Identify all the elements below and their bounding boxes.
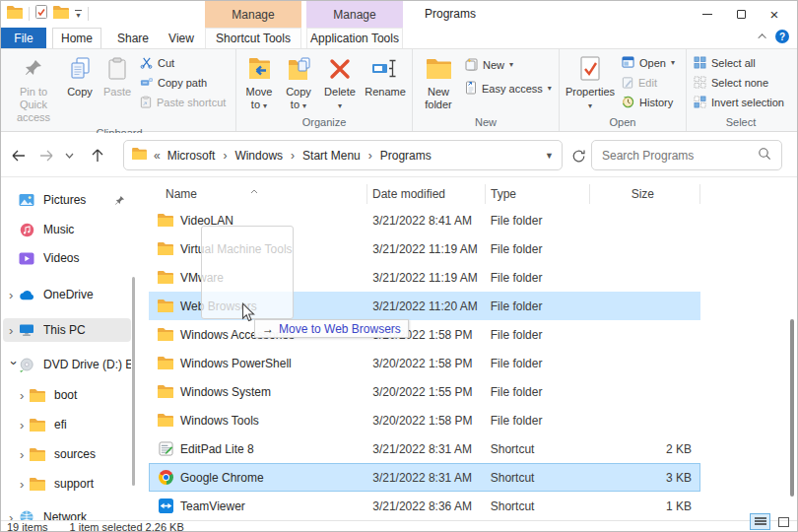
select-all-icon (694, 56, 706, 71)
details-view-button[interactable] (750, 513, 770, 530)
table-row-editpad-lite-8[interactable]: EditPad Lite 8 3/21/2022 8:31 AM Shortcu… (149, 434, 700, 463)
breadcrumb-separator-icon[interactable]: › (290, 149, 296, 163)
folder-icon[interactable] (7, 5, 23, 23)
tree-chevron-icon[interactable]: › (9, 324, 19, 337)
rename-button[interactable]: Rename (362, 50, 409, 100)
move-to-button[interactable]: Moveto ▾ (239, 50, 279, 113)
tree-chevron-icon[interactable]: › (9, 289, 19, 301)
address-bar[interactable]: « Microsoft › Windows › Start Menu › Pro… (123, 140, 563, 170)
edit-button[interactable]: Edit (618, 73, 683, 93)
tree-chevron-icon[interactable]: › (20, 478, 30, 491)
breadcrumb-item[interactable]: Microsoft (167, 149, 216, 163)
paste-button[interactable]: Paste (99, 50, 136, 100)
column-header-date-modified[interactable]: Date modified (367, 184, 486, 204)
minimize-ribbon-button[interactable] (761, 33, 766, 39)
tab-file[interactable]: File (1, 28, 46, 48)
tab-view[interactable]: View (159, 28, 204, 48)
delete-button[interactable]: Delete▾ (318, 50, 362, 113)
cut-button[interactable]: Cut (136, 53, 233, 73)
sidebar-item-dvd-drive-d-es[interactable]: › DVD Drive (D:) ES (3, 353, 131, 376)
sidebar-item-sources[interactable]: › sources (3, 442, 131, 466)
sidebar-item-label: boot (54, 388, 131, 402)
large-icons-view-button[interactable] (773, 513, 794, 530)
file-type: Shortcut (486, 442, 590, 456)
new-folder-button[interactable]: Newfolder (416, 50, 461, 113)
file-icon (158, 384, 173, 400)
breadcrumb-separator-icon[interactable]: › (367, 149, 373, 163)
table-row-teamviewer[interactable]: TeamViewer 3/21/2022 8:36 AM Shortcut 1 … (149, 492, 700, 520)
sidebar-item-efi[interactable]: › efi (3, 413, 131, 436)
search-input[interactable]: Search Programs (591, 140, 782, 170)
breadcrumb-item[interactable]: Programs (380, 149, 432, 163)
sort-ascending-icon[interactable] (250, 180, 257, 187)
open-button[interactable]: Open▾ (618, 53, 683, 73)
sidebar-item-network[interactable]: › Network (3, 505, 131, 520)
pinned-icon (114, 195, 125, 206)
tree-chevron-icon[interactable]: › (20, 389, 30, 402)
select-all-button[interactable]: Select all (690, 53, 792, 73)
new-item-button[interactable]: New▾ (461, 53, 556, 77)
table-row-windows-powershell[interactable]: Windows PowerShell 3/20/2022 1:58 PM Fil… (149, 349, 700, 377)
table-row-windows-system[interactable]: Windows System 3/20/2022 1:55 PM File fo… (149, 377, 700, 406)
copy-to-button[interactable]: Copyto ▾ (279, 50, 318, 113)
copy-path-button[interactable]: Copy path (136, 73, 233, 93)
table-row-google-chrome[interactable]: Google Chrome 3/21/2022 8:31 AM Shortcut… (149, 463, 700, 492)
paste-shortcut-button[interactable]: Paste shortcut (136, 93, 233, 112)
address-dropdown-icon[interactable]: ▼ (545, 151, 554, 161)
up-button[interactable] (88, 146, 107, 166)
invert-selection-button[interactable]: Invert selection (690, 93, 792, 112)
tree-chevron-icon[interactable]: › (20, 419, 30, 432)
minimize-button[interactable] (691, 1, 724, 28)
file-type: File folder (486, 242, 590, 256)
back-button[interactable] (9, 146, 29, 166)
tree-chevron-icon[interactable]: › (9, 511, 19, 521)
tab-shortcut-tools[interactable]: Shortcut Tools (205, 28, 301, 48)
list-scrollbar-thumb[interactable] (790, 319, 794, 497)
sidebar-item-boot[interactable]: › boot (3, 383, 131, 407)
sidebar-item-onedrive[interactable]: › OneDrive (3, 283, 131, 306)
forward-button[interactable] (36, 146, 56, 166)
search-icon[interactable] (758, 147, 771, 164)
breadcrumb-item[interactable]: Windows (234, 149, 283, 163)
new-folder-icon[interactable] (53, 5, 69, 23)
column-header-name[interactable]: Name (149, 184, 367, 204)
pin-to-quick-access-button[interactable]: Pin to Quickaccess (6, 50, 61, 126)
recent-locations-button[interactable] (62, 146, 76, 166)
sidebar-item-icon (30, 446, 45, 462)
dropdown-icon: ▾ (671, 59, 675, 67)
sidebar-item-pictures[interactable]: › Pictures (3, 188, 131, 212)
tree-chevron-icon[interactable]: › (8, 361, 21, 370)
close-button[interactable]: × (758, 1, 791, 28)
sidebar-item-music[interactable]: › Music (3, 218, 131, 241)
sidebar-scrollbar-thumb[interactable] (132, 277, 135, 486)
refresh-button[interactable] (568, 146, 588, 166)
properties-icon[interactable] (35, 5, 47, 23)
properties-button[interactable]: Properties▾ (563, 50, 618, 113)
copy-button[interactable]: Copy (61, 50, 99, 100)
column-header-size[interactable]: Size (590, 184, 700, 204)
tab-share[interactable]: Share (107, 28, 159, 48)
maximize-icon (737, 10, 746, 19)
easy-access-button[interactable]: Easy access▾ (461, 77, 556, 100)
breadcrumb-item[interactable]: Start Menu (302, 149, 361, 163)
table-row-windows-accessories[interactable]: Windows Accessories 3/20/2022 1:58 PM Fi… (149, 320, 700, 349)
sidebar-item-support[interactable]: › support (3, 472, 131, 496)
tree-chevron-icon[interactable]: › (20, 448, 30, 461)
copy-path-icon (140, 76, 153, 91)
breadcrumb-separator-icon[interactable]: › (222, 149, 228, 163)
table-row-windows-tools[interactable]: Windows Tools 3/20/2022 1:58 PM File fol… (149, 406, 700, 434)
breadcrumb-overflow[interactable]: « (154, 149, 161, 163)
tab-home[interactable]: Home (52, 28, 101, 48)
customize-qat-icon[interactable]: ▼ (75, 10, 82, 19)
group-label-open: Open (563, 115, 683, 131)
column-header-type[interactable]: Type (486, 184, 590, 204)
select-none-button[interactable]: Select none (690, 73, 792, 93)
close-icon: × (770, 7, 779, 22)
sidebar-item-videos[interactable]: › Videos (3, 246, 131, 270)
history-button[interactable]: History (618, 93, 683, 112)
sidebar-item-this-pc[interactable]: › This PC (3, 318, 131, 342)
tab-application-tools[interactable]: Application Tools (306, 28, 403, 48)
maximize-button[interactable] (724, 1, 758, 28)
file-date-modified: 3/20/2022 1:58 PM (367, 414, 486, 428)
help-button[interactable]: ? (775, 30, 789, 43)
